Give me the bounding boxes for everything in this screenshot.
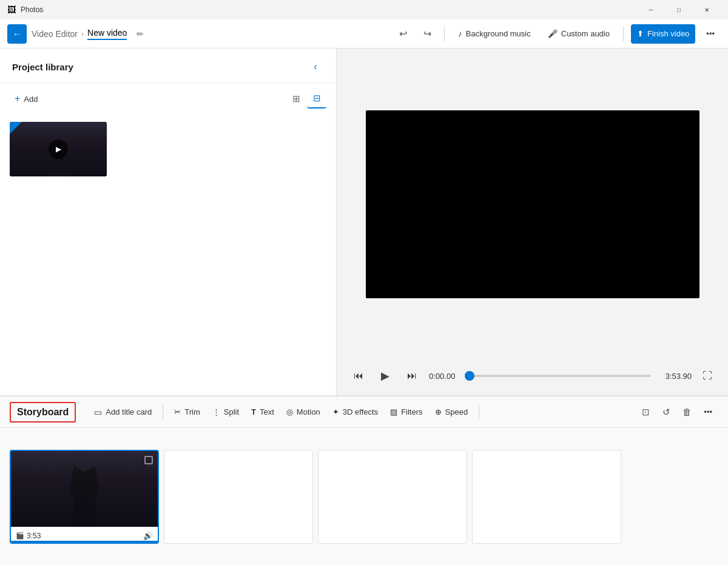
resize-clip-button[interactable]: ⊡	[636, 403, 655, 422]
text-label: Text	[260, 407, 274, 416]
breadcrumb-parent[interactable]: Video Editor	[32, 29, 78, 39]
collapse-panel-button[interactable]: ‹	[307, 58, 324, 75]
effects-label: 3D effects	[343, 407, 378, 416]
seek-thumb[interactable]	[465, 371, 474, 381]
back-icon: ←	[13, 29, 21, 39]
trim-label: Trim	[184, 407, 200, 416]
storyboard-divider-2	[479, 405, 479, 420]
main-content: Project library ‹ + Add ⊞ ⊟	[0, 48, 728, 395]
preview-panel: ⏮ ▶ ⏭ 0:00.00 3:53.90 ⛶	[337, 48, 728, 395]
trim-icon: ✂	[174, 407, 181, 416]
resize-icon: ⊡	[642, 407, 650, 418]
skip-forward-button[interactable]: ⏭	[402, 366, 422, 386]
app-icon: 🖼	[7, 5, 16, 15]
minimize-button[interactable]: ─	[637, 0, 665, 19]
video-preview	[366, 110, 699, 298]
maximize-button[interactable]: □	[665, 0, 693, 19]
background-music-button[interactable]: ♪ Background music	[452, 24, 536, 44]
speed-button[interactable]: ⊕ Speed	[429, 401, 474, 423]
seek-bar[interactable]	[470, 375, 651, 377]
storyboard-timeline: 🎬 3:53 🔊	[0, 428, 728, 565]
title-card-icon: ▭	[94, 407, 102, 417]
skip-forward-icon: ⏭	[407, 370, 417, 381]
music-icon: ♪	[458, 29, 462, 38]
split-label: Split	[224, 407, 239, 416]
panel-toolbar: + Add ⊞ ⊟	[0, 83, 336, 115]
clip-progress-line	[11, 541, 158, 543]
motion-icon: ◎	[286, 407, 293, 416]
delete-clip-button[interactable]: 🗑	[677, 403, 696, 422]
corner-tag	[10, 122, 22, 134]
finish-video-label: Finish video	[647, 29, 689, 38]
background-music-label: Background music	[466, 29, 531, 38]
trash-icon: 🗑	[682, 407, 692, 417]
storyboard-label: Storyboard	[10, 402, 76, 423]
storyboard-toolbar: Storyboard ▭ Add title card ✂ Trim ⋮ Spl…	[0, 396, 728, 428]
more-options-button[interactable]: •••	[700, 24, 721, 44]
storyboard-more-button[interactable]: •••	[698, 401, 718, 423]
clip-thumbnail	[11, 451, 158, 527]
audio-indicator: 🔊	[143, 531, 153, 540]
speed-icon: ⊕	[435, 407, 442, 416]
storyboard-more-icon: •••	[704, 407, 712, 416]
audio-icon: 🎤	[548, 29, 558, 38]
panel-header: Project library ‹	[0, 48, 336, 83]
empty-timeline-slot	[318, 450, 467, 544]
fullscreen-button[interactable]: ⛶	[699, 367, 716, 384]
breadcrumb: Video Editor › New video	[32, 28, 127, 40]
grid-view-button[interactable]: ⊞	[286, 89, 306, 109]
empty-timeline-slot	[472, 450, 621, 544]
film-icon: 🎬	[16, 532, 24, 540]
split-icon: ⋮	[212, 407, 220, 416]
breadcrumb-current: New video	[87, 28, 127, 40]
undo-icon: ↩	[399, 28, 407, 39]
chevron-left-icon: ‹	[314, 61, 317, 72]
speed-label: Speed	[445, 407, 468, 416]
split-button[interactable]: ⋮ Split	[206, 401, 245, 423]
add-icon: +	[15, 93, 20, 104]
rotate-icon: ↺	[662, 407, 670, 418]
timeline-clip[interactable]: 🎬 3:53 🔊	[10, 450, 159, 544]
play-button[interactable]: ▶	[376, 366, 395, 386]
duration-text: 3:53	[27, 532, 41, 540]
skip-back-icon: ⏮	[354, 370, 363, 381]
storyboard-right-tools: ⊡ ↺ 🗑 •••	[636, 401, 718, 423]
add-title-card-button[interactable]: ▭ Add title card	[88, 401, 158, 423]
storyboard-divider-1	[163, 405, 163, 420]
finish-video-button[interactable]: ⬆ Finish video	[631, 24, 695, 44]
preview-area	[337, 48, 728, 360]
text-button[interactable]: T Text	[245, 401, 280, 423]
list-icon: ⊟	[313, 93, 321, 104]
skip-back-button[interactable]: ⏮	[349, 366, 368, 386]
title-bar-controls: ─ □ ✕	[637, 0, 721, 19]
effects-icon: ✦	[332, 407, 339, 416]
custom-audio-label: Custom audio	[561, 29, 610, 38]
end-time: 3:53.90	[658, 372, 692, 381]
rotate-button[interactable]: ↺	[656, 403, 676, 422]
close-button[interactable]: ✕	[693, 0, 721, 19]
effects-button[interactable]: ✦ 3D effects	[326, 401, 384, 423]
rename-button[interactable]: ✏	[132, 25, 149, 42]
media-item[interactable]: ▶	[10, 122, 107, 176]
motion-button[interactable]: ◎ Motion	[280, 401, 326, 423]
panel-title: Project library	[12, 62, 73, 72]
view-toggle: ⊞ ⊟	[286, 89, 326, 109]
toolbar-divider-2	[623, 27, 624, 41]
filters-label: Filters	[401, 407, 422, 416]
custom-audio-button[interactable]: 🎤 Custom audio	[542, 24, 616, 44]
project-library-panel: Project library ‹ + Add ⊞ ⊟	[0, 48, 337, 395]
list-view-button[interactable]: ⊟	[307, 89, 326, 109]
export-icon: ⬆	[637, 29, 644, 38]
redo-button[interactable]: ↪	[417, 24, 437, 44]
storyboard-section: Storyboard ▭ Add title card ✂ Trim ⋮ Spl…	[0, 395, 728, 565]
filters-button[interactable]: ▨ Filters	[384, 401, 428, 423]
add-media-button[interactable]: + Add	[10, 91, 42, 107]
grid-icon: ⊞	[292, 93, 300, 104]
redo-icon: ↪	[423, 28, 431, 39]
back-button[interactable]: ←	[7, 24, 27, 44]
trim-button[interactable]: ✂ Trim	[168, 401, 206, 423]
media-grid: ▶	[0, 115, 336, 184]
pencil-icon: ✏	[136, 29, 144, 39]
undo-button[interactable]: ↩	[393, 24, 413, 44]
toolbar-divider-1	[444, 27, 445, 41]
